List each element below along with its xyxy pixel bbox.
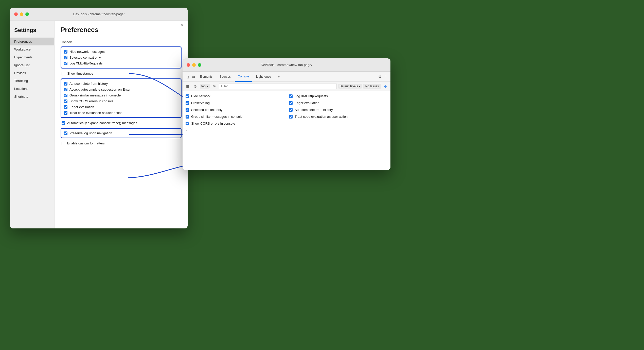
checkbox-group-similar-input[interactable]	[64, 94, 67, 97]
clear-icon[interactable]: ⊘	[192, 83, 198, 89]
checkbox-cors[interactable]: Show CORS errors in console	[64, 98, 178, 104]
checkbox-accept-autocomplete-input[interactable]	[64, 88, 67, 91]
sidebar-item-experiments[interactable]: Experiments	[10, 53, 54, 61]
no-issues-button[interactable]: No Issues	[363, 84, 381, 89]
tab-console[interactable]: Console	[235, 72, 252, 82]
titlebar-right: DevTools - chrome://new-tab-page/	[183, 58, 390, 72]
checkbox-auto-expand-input[interactable]	[62, 121, 65, 125]
console-row-log-xml[interactable]: Log XMLHttpRequests	[289, 93, 387, 99]
eye-icon[interactable]: 👁	[211, 83, 217, 89]
console-row-group-similar[interactable]: Group similar messages in console	[186, 113, 284, 120]
console-check-hide-network[interactable]	[186, 94, 189, 98]
minimize-button-right[interactable]	[192, 63, 196, 67]
context-chevron-icon: ▾	[207, 85, 208, 88]
titlebar-text-right: DevTools - chrome://new-tab-page/	[261, 63, 312, 67]
sidebar-item-ignore-list[interactable]: Ignore List	[10, 61, 54, 69]
settings-icon[interactable]: ⚙	[377, 74, 382, 79]
log-levels-selector[interactable]: Default levels ▾	[338, 84, 362, 89]
checkbox-accept-autocomplete[interactable]: Accept autocomplete suggestion on Enter	[64, 87, 178, 92]
titlebar-left: DevTools - chrome://new-tab-page/	[10, 8, 188, 21]
console-row-hide-network[interactable]: Hide network	[186, 93, 284, 99]
sidebar-item-throttling[interactable]: Throttling	[10, 77, 54, 85]
checkbox-custom-formatters-input[interactable]	[62, 142, 65, 145]
sidebar-item-devices[interactable]: Devices	[10, 69, 54, 77]
checkbox-group-similar[interactable]: Group similar messages in console	[64, 92, 178, 98]
console-check-log-xml[interactable]	[289, 94, 293, 98]
console-check-eager[interactable]	[289, 101, 293, 105]
checkbox-auto-expand[interactable]: Automatically expand console.trace() mes…	[62, 120, 182, 126]
checkbox-preserve-log-input[interactable]	[64, 131, 67, 135]
checkbox-log-xml[interactable]: Log XMLHttpRequests	[64, 60, 178, 66]
close-button-left[interactable]	[14, 12, 18, 16]
context-label: top	[201, 85, 206, 88]
console-row-preserve-log[interactable]: Preserve log	[186, 100, 284, 106]
console-check-selected-context[interactable]	[186, 108, 189, 112]
console-prompt-row: ›	[186, 127, 387, 134]
console-row-cors[interactable]: Show CORS errors in console	[186, 120, 284, 127]
checkbox-autocomplete[interactable]: Autocomplete from history	[64, 81, 178, 87]
minimize-button-left[interactable]	[20, 12, 23, 16]
devtools-tabs: ⬚ ▭ Elements Sources Console Lighthouse …	[183, 72, 390, 82]
checkbox-hide-network-input[interactable]	[64, 50, 67, 54]
checkbox-autocomplete-label: Autocomplete from history	[69, 82, 108, 86]
checkbox-selected-context[interactable]: Selected context only	[64, 55, 178, 60]
tab-lighthouse[interactable]: Lighthouse	[253, 72, 274, 82]
preferences-title: Preferences	[61, 26, 182, 34]
checkbox-timestamps-input[interactable]	[62, 72, 65, 75]
more-icon[interactable]: ⋮	[383, 74, 388, 79]
console-check-preserve-log[interactable]	[186, 101, 189, 105]
checkbox-timestamps-label: Show timestamps	[67, 72, 93, 75]
console-label-log-xml: Log XMLHttpRequests	[295, 94, 328, 98]
console-row-eager[interactable]: Eager evaluation	[289, 100, 387, 106]
checkbox-preserve-log[interactable]: Preserve log upon navigation	[64, 130, 178, 136]
window-body-left: Settings Preferences Workspace Experimen…	[10, 21, 188, 228]
tab-more[interactable]: »	[275, 72, 283, 82]
checkbox-treat-code-input[interactable]	[64, 111, 67, 115]
checkbox-custom-formatters[interactable]: Enable custom formatters	[62, 140, 182, 146]
maximize-button-left[interactable]	[25, 12, 29, 16]
checkbox-cors-input[interactable]	[64, 99, 67, 103]
close-icon[interactable]: ×	[181, 23, 184, 27]
console-row-treat-code[interactable]: Treat code evaluation as user action	[289, 113, 387, 120]
section-divider	[61, 37, 182, 37]
console-section-label: Console	[61, 40, 182, 44]
checkbox-log-xml-input[interactable]	[64, 62, 67, 65]
console-check-group-similar[interactable]	[186, 115, 189, 119]
checkbox-autocomplete-input[interactable]	[64, 82, 67, 86]
checkbox-eager[interactable]: Eager evaluation	[64, 104, 178, 110]
tab-sources[interactable]: Sources	[217, 72, 234, 82]
highlight-group-2: Autocomplete from history Accept autocom…	[61, 78, 182, 118]
checkbox-hide-network[interactable]: Hide network messages	[64, 49, 178, 55]
console-label-group-similar: Group similar messages in console	[191, 115, 242, 119]
prompt-chevron-icon[interactable]: ›	[186, 129, 187, 132]
console-row-selected-context[interactable]: Selected context only	[186, 107, 284, 113]
console-check-autocomplete[interactable]	[289, 108, 293, 112]
context-selector[interactable]: top ▾	[200, 84, 210, 89]
sidebar-item-workspace[interactable]: Workspace	[10, 45, 54, 53]
log-levels-chevron-icon: ▾	[359, 85, 360, 88]
checkbox-custom-formatters-label: Enable custom formatters	[67, 141, 105, 145]
console-label-selected-context: Selected context only	[191, 108, 223, 112]
console-label-autocomplete: Autocomplete from history	[295, 108, 333, 112]
console-check-cors[interactable]	[186, 122, 189, 125]
inspect-icon[interactable]: ⬚	[185, 74, 190, 79]
sidebar-item-preferences[interactable]: Preferences	[10, 38, 54, 45]
highlight-group-1: Hide network messages Selected context o…	[61, 46, 182, 69]
checkbox-timestamps[interactable]: Show timestamps	[62, 71, 182, 76]
maximize-button-right[interactable]	[198, 63, 201, 67]
device-icon[interactable]: ▭	[191, 74, 196, 79]
checkbox-treat-code[interactable]: Treat code evaluation as user action	[64, 110, 178, 116]
checkbox-selected-context-input[interactable]	[64, 56, 67, 59]
filter-input[interactable]	[219, 83, 337, 89]
console-label-cors: Show CORS errors in console	[191, 122, 235, 125]
console-settings-icon[interactable]: ⚙	[382, 83, 388, 89]
highlight-group-3: Preserve log upon navigation	[61, 128, 182, 138]
checkbox-eager-input[interactable]	[64, 105, 67, 109]
sidebar-item-locations[interactable]: Locations	[10, 85, 54, 93]
tab-elements[interactable]: Elements	[197, 72, 216, 82]
sidebar-toggle-icon[interactable]: ▦	[185, 83, 191, 89]
console-row-autocomplete[interactable]: Autocomplete from history	[289, 107, 387, 113]
sidebar-item-shortcuts[interactable]: Shortcuts	[10, 93, 54, 101]
console-check-treat-code[interactable]	[289, 115, 293, 119]
close-button-right[interactable]	[187, 63, 190, 67]
